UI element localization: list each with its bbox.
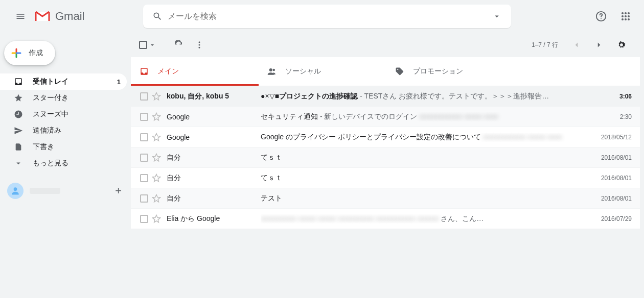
hamburger-icon bbox=[15, 11, 26, 21]
chevron-right-icon bbox=[594, 40, 604, 49]
row-subject: ●×▽■プロジェクトの進捗確認 - TESTさん お疲れ様です。テストです。＞＞… bbox=[261, 92, 586, 101]
row-subject: セキュリティ通知 - 新しいデバイスでのログイン xxxxxxxxxxxx xx… bbox=[261, 112, 586, 121]
refresh-button[interactable] bbox=[169, 35, 189, 55]
row-date: 2018/05/12 bbox=[586, 134, 632, 141]
hangouts-row: + bbox=[0, 181, 131, 201]
message-row[interactable]: 自分てｓｔ2016/08/01 bbox=[131, 168, 640, 188]
row-date: 2016/07/29 bbox=[586, 215, 632, 222]
svg-point-5 bbox=[622, 15, 624, 17]
row-star[interactable] bbox=[149, 133, 164, 142]
gmail-logo[interactable]: Gmail bbox=[35, 10, 123, 23]
tab-promotions[interactable]: プロモーション bbox=[386, 57, 514, 86]
support-button[interactable] bbox=[591, 6, 611, 27]
row-subject: xxxxxxxxxx xxxxx xxxxx xxxxxxxxxx xxxxxx… bbox=[261, 214, 586, 224]
star-outline-icon bbox=[152, 214, 161, 224]
svg-point-3 bbox=[625, 12, 627, 14]
app-header: Gmail bbox=[0, 0, 644, 33]
hangouts-add-button[interactable]: + bbox=[115, 184, 122, 197]
row-sender: Elia から Google bbox=[164, 214, 261, 224]
message-row[interactable]: Elia から Googlexxxxxxxxxx xxxxx xxxxx xxx… bbox=[131, 209, 640, 229]
sidebar-item-label: スター付き bbox=[33, 93, 68, 103]
message-row[interactable]: 自分てｓｔ2016/08/01 bbox=[131, 147, 640, 168]
prev-page-button[interactable] bbox=[566, 35, 587, 55]
chevron-left-icon bbox=[572, 40, 581, 49]
star-outline-icon bbox=[152, 112, 161, 121]
toolbar: 1–7 / 7 行 bbox=[131, 33, 640, 57]
row-subject: テスト bbox=[261, 194, 586, 203]
row-checkbox[interactable] bbox=[139, 92, 149, 101]
svg-point-8 bbox=[622, 18, 624, 20]
svg-point-15 bbox=[269, 68, 272, 71]
sidebar-item-more[interactable]: もっと見る bbox=[0, 155, 127, 171]
svg-point-9 bbox=[625, 18, 627, 20]
row-checkbox[interactable] bbox=[139, 113, 149, 121]
person-icon bbox=[10, 186, 20, 196]
sidebar-item-send[interactable]: 送信済み bbox=[0, 122, 127, 139]
sidebar-item-label: もっと見る bbox=[33, 159, 68, 168]
send-icon bbox=[13, 126, 24, 136]
refresh-icon bbox=[174, 40, 183, 49]
select-all[interactable] bbox=[139, 41, 156, 49]
row-subject: てｓｔ bbox=[261, 173, 586, 183]
more-vert-icon bbox=[195, 40, 204, 49]
main-pane: 1–7 / 7 行 メインソーシャルプロモーション kobu, 自分, kobu… bbox=[131, 33, 644, 298]
row-sender: Google bbox=[164, 113, 261, 121]
sidebar-item-label: 送信済み bbox=[33, 126, 61, 135]
inbox-icon bbox=[13, 77, 24, 87]
message-row[interactable]: GoogleGoogle のプライバシー ポリシーとプライバシー設定の改善につい… bbox=[131, 127, 640, 147]
svg-point-1 bbox=[601, 18, 602, 19]
tab-social[interactable]: ソーシャル bbox=[259, 57, 386, 86]
sidebar-item-star[interactable]: スター付き bbox=[0, 90, 127, 106]
tab-label: ソーシャル bbox=[285, 67, 321, 76]
compose-label: 作成 bbox=[29, 48, 43, 58]
svg-point-11 bbox=[14, 187, 17, 191]
page-info: 1–7 / 7 行 bbox=[532, 41, 558, 49]
settings-button[interactable] bbox=[611, 35, 632, 55]
row-checkbox[interactable] bbox=[139, 215, 149, 223]
star-outline-icon bbox=[152, 133, 161, 142]
row-star[interactable] bbox=[149, 92, 164, 101]
apps-button[interactable] bbox=[615, 6, 636, 27]
row-checkbox[interactable] bbox=[139, 133, 149, 141]
svg-point-14 bbox=[199, 47, 200, 48]
chevron-down-icon bbox=[148, 41, 156, 49]
search-options-button[interactable] bbox=[487, 6, 507, 27]
hangouts-name-blurred bbox=[30, 188, 60, 194]
row-star[interactable] bbox=[149, 194, 164, 203]
svg-point-10 bbox=[628, 18, 630, 20]
row-date: 2016/08/01 bbox=[586, 154, 632, 161]
row-date: 2016/08/01 bbox=[586, 195, 632, 202]
chevron-down-icon bbox=[492, 12, 501, 21]
row-checkbox[interactable] bbox=[139, 174, 149, 182]
row-star[interactable] bbox=[149, 153, 164, 162]
sidebar-item-inbox[interactable]: 受信トレイ1 bbox=[0, 73, 127, 90]
search-input[interactable] bbox=[168, 12, 487, 21]
row-star[interactable] bbox=[149, 112, 164, 121]
row-subject: Google のプライバシー ポリシーとプライバシー設定の改善について xxxx… bbox=[261, 133, 586, 142]
social-icon bbox=[267, 66, 277, 77]
search-box[interactable] bbox=[143, 5, 511, 28]
sidebar: 作成 受信トレイ1スター付きスヌーズ中送信済み下書きもっと見る + bbox=[0, 33, 131, 298]
row-checkbox[interactable] bbox=[139, 194, 149, 203]
gear-icon bbox=[616, 40, 627, 50]
sidebar-item-file[interactable]: 下書き bbox=[0, 139, 127, 155]
message-row[interactable]: 自分テスト2016/08/01 bbox=[131, 188, 640, 209]
compose-button[interactable]: 作成 bbox=[4, 41, 55, 65]
row-star[interactable] bbox=[149, 214, 164, 224]
avatar[interactable] bbox=[7, 183, 24, 199]
tab-label: メイン bbox=[157, 67, 179, 76]
checkbox-icon bbox=[139, 41, 147, 49]
row-star[interactable] bbox=[149, 173, 164, 183]
message-row[interactable]: Googleセキュリティ通知 - 新しいデバイスでのログイン xxxxxxxxx… bbox=[131, 107, 640, 127]
more-button[interactable] bbox=[189, 35, 210, 55]
tab-primary[interactable]: メイン bbox=[131, 57, 259, 86]
svg-point-12 bbox=[199, 41, 200, 43]
gmail-m-icon bbox=[35, 11, 50, 22]
message-row[interactable]: kobu, 自分, kobu 5●×▽■プロジェクトの進捗確認 - TESTさん… bbox=[131, 86, 640, 107]
row-sender: Google bbox=[164, 133, 261, 141]
row-checkbox[interactable] bbox=[139, 154, 149, 162]
next-page-button[interactable] bbox=[589, 35, 609, 55]
sidebar-item-label: 下書き bbox=[33, 142, 54, 152]
main-menu-button[interactable] bbox=[8, 4, 33, 29]
sidebar-item-clock[interactable]: スヌーズ中 bbox=[0, 106, 127, 122]
